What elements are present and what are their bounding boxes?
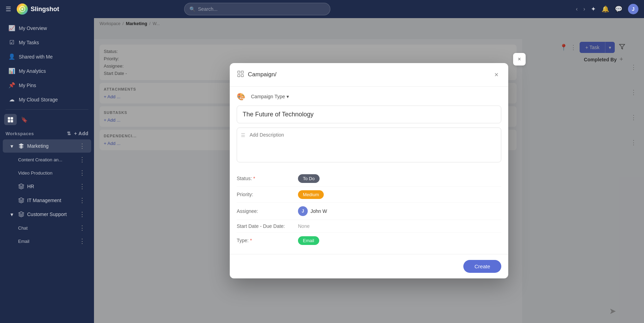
bell-icon[interactable]: 🔔	[602, 5, 609, 13]
marketing-more-icon[interactable]: ⋮	[79, 142, 86, 150]
dialog-body: 🎨 Campaign Type ▾ ☰ Status:	[230, 87, 508, 254]
forward-arrow-icon[interactable]: ›	[583, 6, 585, 12]
logo-icon	[17, 3, 28, 15]
svg-rect-7	[241, 71, 243, 73]
dialog-header: Campaign/ ×	[230, 63, 508, 87]
workspaces-tab[interactable]	[4, 114, 17, 125]
cs-more-icon[interactable]: ⋮	[79, 210, 86, 218]
date-field: Start Date - Due Date: None	[237, 220, 501, 233]
svg-rect-2	[11, 117, 13, 120]
task-title-input[interactable]	[237, 106, 501, 123]
workspaces-section-actions: ⇅ + Add	[67, 131, 88, 136]
email-more-icon[interactable]: ⋮	[79, 237, 86, 245]
priority-label: Priority:	[237, 192, 292, 197]
workspace-expand-icon: ▾	[8, 143, 15, 149]
content-area: Workspace / Marketing / W... Status: Pri…	[94, 18, 644, 323]
workspace-child-video-production[interactable]: Video Production ⋮	[3, 167, 91, 179]
status-required-mark: *	[253, 176, 255, 181]
workspace-item-marketing[interactable]: ▾ Marketing ⋮	[3, 139, 91, 153]
status-value: To Do	[298, 174, 320, 183]
priority-value: Medium	[298, 190, 324, 199]
workspace-layers-icon	[18, 143, 24, 149]
cloud-icon: ☁	[8, 96, 15, 103]
assignee-field: Assignee: J John W	[237, 203, 501, 220]
sparkle-icon[interactable]: ✦	[591, 5, 596, 13]
dialog-footer: Create	[230, 254, 508, 278]
content-creation-more-icon[interactable]: ⋮	[79, 156, 86, 163]
pins-icon: 📌	[8, 82, 15, 89]
workspace-item-customer-support[interactable]: ▾ Customer Support ⋮	[3, 208, 91, 221]
assignee-avatar[interactable]: J	[298, 206, 308, 216]
status-badge[interactable]: To Do	[298, 174, 320, 183]
sidebar-divider	[6, 109, 88, 110]
sidebar-item-my-tasks[interactable]: ☑ My Tasks	[3, 36, 91, 49]
type-required-mark: *	[250, 238, 252, 243]
priority-field: Priority: Medium	[237, 187, 501, 203]
status-label: Status: *	[237, 176, 292, 181]
hamburger-menu[interactable]: ☰	[6, 5, 11, 13]
date-value: None	[298, 223, 309, 229]
task-create-dialog: Campaign/ × 🎨 Campaign Type ▾ ☰	[230, 63, 508, 278]
shared-icon: 👤	[8, 53, 15, 60]
campaign-emoji: 🎨	[237, 92, 245, 101]
analytics-icon: 📊	[8, 68, 15, 74]
workspace-child-content-creation[interactable]: Content Creation an... ⋮	[3, 153, 91, 166]
secondary-close-button[interactable]: ×	[513, 53, 526, 66]
chat-more-icon[interactable]: ⋮	[79, 224, 86, 232]
priority-badge[interactable]: Medium	[298, 190, 324, 199]
sidebar-item-my-analytics[interactable]: 📊 My Analytics	[3, 64, 91, 78]
workspace-child-chat[interactable]: Chat ⋮	[3, 222, 91, 234]
it-layers-icon	[18, 197, 24, 203]
description-wrapper: ☰	[237, 128, 501, 164]
it-more-icon[interactable]: ⋮	[79, 197, 86, 204]
assignee-value: J John W	[298, 206, 327, 216]
type-label: Type: *	[237, 238, 292, 243]
description-icon: ☰	[241, 132, 245, 138]
dialog-title: Campaign/	[248, 71, 276, 78]
dialog-title-row: Campaign/	[237, 70, 276, 79]
svg-rect-3	[8, 120, 10, 123]
add-workspace-button[interactable]: + Add	[74, 131, 88, 136]
create-button[interactable]: Create	[463, 260, 501, 273]
top-navigation: ☰ Slingshot 🔍 ‹ › ✦ 🔔 💬 J	[0, 0, 644, 18]
workspace-item-hr[interactable]: HR ⋮	[3, 180, 91, 193]
cs-layers-icon	[18, 211, 24, 217]
sidebar-item-my-pins[interactable]: 📌 My Pins	[3, 78, 91, 92]
user-avatar[interactable]: J	[628, 4, 638, 14]
type-field: Type: * Email	[237, 233, 501, 248]
dialog-close-button[interactable]: ×	[492, 69, 501, 80]
workspace-item-it-management[interactable]: IT Management ⋮	[3, 194, 91, 207]
chat-icon[interactable]: 💬	[615, 5, 622, 13]
search-icon: 🔍	[189, 6, 195, 12]
type-value: Email	[298, 236, 319, 245]
workspace-child-email[interactable]: Email ⋮	[3, 235, 91, 247]
hr-more-icon[interactable]: ⋮	[79, 183, 86, 190]
type-badge[interactable]: Email	[298, 236, 319, 245]
bookmarks-tab[interactable]: 🔖	[18, 114, 31, 125]
search-bar[interactable]: 🔍	[184, 3, 330, 15]
video-production-more-icon[interactable]: ⋮	[79, 169, 86, 177]
svg-rect-8	[238, 74, 240, 76]
app-logo: Slingshot	[17, 3, 59, 15]
workspaces-section-header: Workspaces ⇅ + Add	[0, 128, 94, 139]
description-textarea[interactable]	[237, 128, 501, 162]
date-label: Start Date - Due Date:	[237, 223, 292, 229]
assignee-name[interactable]: John W	[311, 208, 327, 214]
app-name: Slingshot	[31, 6, 59, 13]
sidebar-item-my-overview[interactable]: 📈 My Overview	[3, 21, 91, 35]
cs-expand-icon: ▾	[8, 211, 15, 218]
campaign-type-button[interactable]: Campaign Type ▾	[248, 92, 292, 101]
overview-icon: 📈	[8, 25, 15, 31]
svg-rect-9	[241, 74, 243, 76]
date-none[interactable]: None	[298, 223, 309, 229]
sort-icon[interactable]: ⇅	[67, 131, 71, 136]
svg-rect-4	[11, 120, 13, 123]
assignee-label: Assignee:	[237, 208, 292, 214]
main-layout: 📈 My Overview ☑ My Tasks 👤 Shared with M…	[0, 18, 644, 323]
sidebar-item-my-cloud-storage[interactable]: ☁ My Cloud Storage	[3, 93, 91, 106]
sidebar-tab-group: 🔖	[0, 113, 94, 126]
sidebar-item-shared-with-me[interactable]: 👤 Shared with Me	[3, 50, 91, 63]
search-input[interactable]	[198, 6, 325, 12]
back-arrow-icon[interactable]: ‹	[576, 6, 578, 12]
tasks-icon: ☑	[8, 39, 15, 46]
